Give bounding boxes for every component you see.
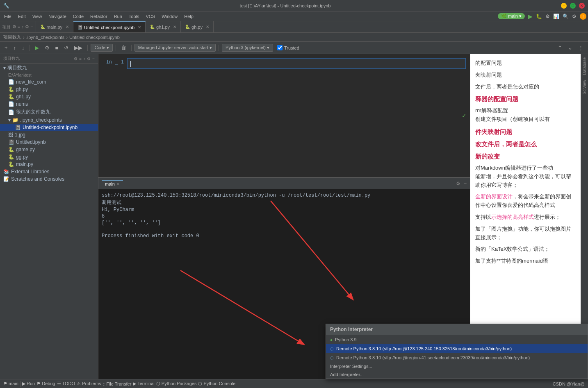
menu-help[interactable]: Help bbox=[182, 13, 196, 20]
sidebar-item-project[interactable]: ▾ 项目数九 bbox=[0, 64, 98, 72]
maximize-button[interactable]: □ bbox=[570, 3, 576, 9]
status-python-packages[interactable]: ⬡ Python Packages bbox=[156, 381, 197, 386]
terminal-line-exit: Process finished with exit code 0 bbox=[102, 233, 467, 239]
tab-close-gh1-py[interactable]: ✕ bbox=[173, 25, 176, 29]
sidebar-item-untitled-ipynb[interactable]: 📓 Untitled.ipynb bbox=[0, 138, 98, 146]
add-interpreter-action[interactable]: Add Interpreter... bbox=[326, 370, 588, 379]
search-button[interactable]: 🔍 bbox=[563, 14, 569, 19]
sidebar-list-icon[interactable]: ≡ bbox=[79, 57, 82, 61]
cell-type-button[interactable]: Code ▾ bbox=[91, 44, 112, 52]
sidebar-item-gg-py[interactable]: 🐍 gg.py bbox=[0, 153, 98, 161]
run-button[interactable]: ▶ bbox=[528, 13, 533, 20]
sidebar-sort-icon[interactable]: ↕ bbox=[83, 57, 85, 61]
structure-toggle-up[interactable]: ⌃ bbox=[556, 44, 564, 52]
menu-tools[interactable]: Tools bbox=[126, 13, 142, 20]
terminal-tab-main[interactable]: main ✕ bbox=[102, 180, 123, 187]
minimize-button[interactable]: − bbox=[561, 3, 567, 9]
breadcrumb-part2[interactable]: .ipynb_checkpoints bbox=[26, 35, 65, 40]
sidebar-item-bigfile[interactable]: 📄 很大的文件数九 bbox=[0, 108, 98, 116]
breadcrumb-part3[interactable]: Untitled-checkpoint.ipynb bbox=[69, 35, 120, 40]
coverage-button[interactable]: ⚙ bbox=[545, 14, 550, 19]
structure-toggle-down[interactable]: ⌄ bbox=[566, 44, 574, 52]
run-cell-button[interactable]: ▶ bbox=[33, 44, 41, 52]
more-actions-button[interactable]: ⋮ bbox=[576, 44, 586, 52]
menu-navigate[interactable]: Navigate bbox=[46, 13, 68, 20]
status-python-console[interactable]: ⬡ Python Console bbox=[198, 381, 235, 386]
menu-edit[interactable]: Edit bbox=[16, 13, 28, 20]
menu-run[interactable]: Run bbox=[112, 13, 125, 20]
interpreter-settings-action[interactable]: Interpreter Settings... bbox=[326, 362, 588, 370]
notifications-button[interactable]: ! bbox=[580, 13, 586, 20]
menu-vcs[interactable]: VCS bbox=[144, 13, 158, 20]
interpreter-item-python39[interactable]: ● Python 3.9 bbox=[326, 335, 588, 344]
tab-main-py[interactable]: 🐍 main.py ✕ bbox=[36, 21, 74, 32]
trusted-checkbox[interactable] bbox=[277, 45, 283, 50]
database-label[interactable]: Database bbox=[582, 56, 587, 77]
notebook-icon-untitled: 📓 bbox=[8, 139, 14, 145]
sidebar-item-ipynb-checkpoints[interactable]: ▾ 📁 .ipynb_checkpoints bbox=[0, 116, 98, 124]
add-interpreter-label: Add Interpreter... bbox=[330, 372, 364, 377]
menu-window[interactable]: Window bbox=[159, 13, 180, 20]
vcs-branch[interactable]: 🌿 main ▾ bbox=[498, 13, 525, 19]
debug-button[interactable]: 🐛 bbox=[536, 14, 542, 19]
sidebar-collapse-icon[interactable]: − bbox=[92, 57, 95, 61]
menu-code[interactable]: Code bbox=[71, 13, 86, 20]
run-cell-settings-button[interactable]: ⚙ bbox=[43, 44, 52, 52]
status-todo[interactable]: ☰ TODO bbox=[57, 381, 75, 386]
window-controls: − □ ✕ bbox=[561, 3, 585, 9]
menu-file[interactable]: File bbox=[2, 13, 14, 20]
tab-notebook[interactable]: 📓 Untitled-checkpoint.ipynb ✕ bbox=[73, 21, 146, 32]
right-panel-heading-sync: 改文件后，两者是怎么 bbox=[475, 139, 576, 149]
sidebar-item-main-py[interactable]: 🐍 main.py bbox=[0, 161, 98, 168]
sidebar-item-nums[interactable]: 📄 nums bbox=[0, 100, 98, 108]
terminal-settings-icon[interactable]: ⚙ bbox=[456, 181, 460, 186]
sidebar-item-gh-py[interactable]: 🐍 gh.py bbox=[0, 86, 98, 93]
sidebar-item-1jpg[interactable]: 🖼 1.jpg bbox=[0, 131, 98, 138]
delete-cell-button[interactable]: 🗑 bbox=[119, 44, 128, 52]
sidebar-item-gh1-py[interactable]: 🐍 gh1.py bbox=[0, 93, 98, 100]
move-cell-down-button[interactable]: ↓ bbox=[20, 44, 27, 52]
toolbar-separator-3 bbox=[116, 45, 116, 51]
close-button[interactable]: ✕ bbox=[579, 3, 585, 9]
move-cell-up-button[interactable]: ↑ bbox=[11, 44, 18, 52]
settings-button[interactable]: ⚙ bbox=[572, 14, 577, 19]
sidebar-gear-icon[interactable]: ⚙ bbox=[74, 57, 77, 61]
status-file-transfer[interactable]: ↕ File Transfer bbox=[103, 381, 132, 386]
sciview-label[interactable]: SciView bbox=[582, 78, 587, 96]
tab-gh1-py[interactable]: 🐍 gh1.py ✕ bbox=[146, 21, 181, 32]
menu-refactor[interactable]: Refactor bbox=[88, 13, 110, 20]
status-git[interactable]: ⚑ main bbox=[3, 381, 18, 386]
sidebar-item-scratches[interactable]: 📝 Scratches and Consoles bbox=[0, 175, 98, 183]
add-cell-button[interactable]: + bbox=[2, 44, 10, 52]
jupyter-server-button[interactable]: Managed Jupyter server: auto-start ▾ bbox=[134, 44, 216, 52]
terminal-minimize-icon[interactable]: − bbox=[464, 181, 467, 186]
terminal-line-4: ['', '', '', '', ''] bbox=[102, 220, 467, 226]
status-debug[interactable]: ⚑ Debug bbox=[36, 381, 55, 386]
breadcrumb: 项目数九 › .ipynb_checkpoints › Untitled-che… bbox=[0, 33, 588, 42]
sidebar-label-gh-py: gh.py bbox=[16, 86, 28, 92]
tab-close-gh-py[interactable]: ✕ bbox=[206, 25, 209, 29]
sidebar-item-new-file-com[interactable]: 📄 new_file_com bbox=[0, 78, 98, 86]
run-all-button[interactable]: ▶▶ bbox=[72, 44, 84, 52]
cell-content[interactable] bbox=[127, 58, 466, 69]
sidebar-item-untitled-checkpoint[interactable]: 📓 Untitled-checkpoint.ipynb bbox=[0, 124, 98, 131]
terminal-tab-close-main[interactable]: ✕ bbox=[116, 182, 120, 186]
status-problems[interactable]: ⚠ Problems bbox=[77, 381, 101, 386]
status-run[interactable]: ▶ Run bbox=[22, 381, 35, 386]
breadcrumb-part1[interactable]: 项目数九 bbox=[3, 34, 21, 40]
profile-button[interactable]: 📊 bbox=[553, 14, 559, 19]
restart-kernel-button[interactable]: ↺ bbox=[62, 44, 71, 52]
sidebar-settings-icon[interactable]: ⚙ bbox=[87, 57, 91, 61]
interpreter-item-remote2[interactable]: ⬡ Remote Python 3.8.10 (sftp://root@regi… bbox=[326, 353, 588, 362]
sidebar-item-external-libs[interactable]: 📚 External Libraries bbox=[0, 168, 98, 175]
status-terminal[interactable]: ▶ Terminal bbox=[133, 381, 154, 386]
kernel-button[interactable]: Python 3 (ipykernel) ▾ bbox=[222, 44, 273, 52]
interpreter-item-remote1[interactable]: ⬡ Remote Python 3.8.10 (sftp://root@123.… bbox=[326, 344, 588, 353]
stop-cell-button[interactable]: ■ bbox=[53, 44, 61, 52]
menu-view[interactable]: View bbox=[30, 13, 45, 20]
sidebar-item-game-py[interactable]: 🐍 game.py bbox=[0, 146, 98, 153]
tab-close-main-py[interactable]: ✕ bbox=[66, 25, 69, 29]
tab-gh-py[interactable]: 🐍 gh.py ✕ bbox=[181, 21, 214, 32]
tab-close-notebook[interactable]: ✕ bbox=[138, 25, 141, 29]
toolbar-separator-1 bbox=[30, 45, 30, 51]
